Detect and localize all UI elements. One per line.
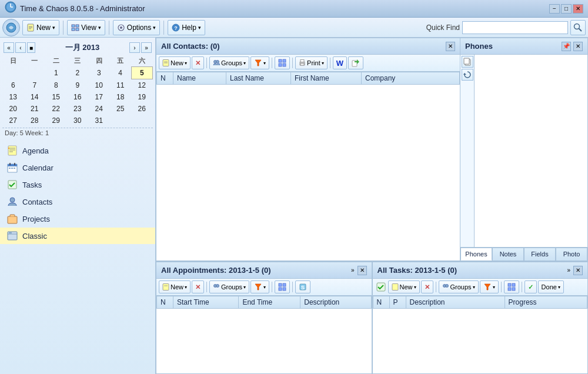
calendar-day-cell[interactable]: 28	[24, 115, 46, 126]
calendar-day-cell[interactable]: 13	[2, 91, 24, 103]
calendar-day-cell[interactable]: 19	[131, 91, 153, 103]
tab-photo[interactable]: Photo	[556, 248, 587, 261]
calendar-day-cell[interactable]: 6	[2, 79, 24, 92]
tasks-close-button[interactable]: ✕	[573, 266, 583, 275]
contacts-delete-button[interactable]: ✕	[192, 56, 204, 69]
tasks-done-check-button[interactable]: ✓	[524, 280, 537, 293]
calendar-day-cell[interactable]: 23	[67, 103, 89, 115]
calendar-day-cell[interactable]: 17	[88, 91, 110, 103]
tasks-done-button[interactable]: Done ▾	[538, 280, 564, 293]
calendar-day-cell[interactable]: 29	[45, 115, 67, 126]
svg-rect-49	[300, 64, 304, 65]
contacts-toolbar-sep2	[272, 58, 272, 68]
close-button[interactable]: ✕	[573, 4, 583, 14]
calendar-day-cell[interactable]: 16	[67, 91, 89, 103]
tasks-expand-button[interactable]: »	[565, 267, 572, 273]
contacts-print-button[interactable]: Print ▾	[295, 56, 328, 69]
calendar-day-cell[interactable]: 26	[131, 103, 153, 115]
view-button[interactable]: View ▾	[67, 20, 105, 35]
tab-phones[interactable]: Phones	[460, 248, 492, 261]
projects-icon	[7, 213, 18, 224]
contacts-fields-button[interactable]	[275, 56, 290, 69]
calendar-day-cell[interactable]: 25	[110, 103, 132, 115]
sidebar-item-calendar[interactable]: Calendar	[0, 159, 155, 176]
phone-refresh-button[interactable]	[462, 69, 473, 81]
calendar-day-cell[interactable]: 22	[45, 103, 67, 115]
calendar-day-cell[interactable]: 31	[88, 115, 110, 126]
svg-rect-48	[300, 60, 304, 62]
calendar-day-cell[interactable]: 20	[2, 103, 24, 115]
contacts-word-button[interactable]: W	[333, 56, 347, 69]
appt-sep3	[292, 282, 293, 292]
minimize-button[interactable]: −	[549, 4, 560, 14]
appointments-close-button[interactable]: ✕	[358, 266, 367, 275]
contacts-close-button[interactable]: ✕	[446, 42, 455, 51]
tasks-fields-button[interactable]	[504, 280, 519, 293]
appt-delete-button[interactable]: ✕	[192, 280, 204, 293]
phone-copy-button[interactable]	[462, 56, 473, 68]
calendar-day-cell[interactable]: 8	[45, 79, 67, 92]
calendar-day-cell[interactable]: 27	[2, 115, 24, 126]
tasks-delete-button[interactable]: ✕	[421, 280, 433, 293]
tasks-filter-button[interactable]: ▾	[480, 280, 499, 293]
calendar-day-cell[interactable]: 5	[131, 67, 153, 79]
options-button[interactable]: Options ▾	[113, 20, 160, 35]
appt-fields-button[interactable]	[275, 280, 290, 293]
contacts-export-button[interactable]	[348, 56, 363, 69]
svg-rect-73	[512, 288, 515, 290]
calendar-day-cell[interactable]: 11	[110, 79, 132, 92]
today-button[interactable]: ■	[27, 42, 35, 53]
appt-sep1	[206, 282, 207, 292]
contacts-new-icon	[162, 59, 169, 66]
calendar-day-cell[interactable]: 7	[24, 79, 46, 92]
calendar-day-cell[interactable]: 1	[45, 67, 67, 79]
svg-rect-45	[279, 64, 282, 66]
calendar-day-cell[interactable]: 9	[67, 79, 89, 92]
tab-fields[interactable]: Fields	[524, 248, 556, 261]
phones-pin-button[interactable]: 📌	[562, 42, 571, 51]
contacts-groups-button[interactable]: Groups ▾	[209, 56, 249, 69]
contacts-new-button[interactable]: New ▾	[159, 56, 191, 69]
help-button[interactable]: ? Help ▾	[168, 20, 205, 35]
sidebar-item-tasks[interactable]: Tasks	[0, 176, 155, 193]
calendar-day-cell[interactable]: 2	[67, 67, 89, 79]
calendar-day-cell[interactable]: 3	[88, 67, 110, 79]
prev-button[interactable]: ‹	[15, 42, 26, 53]
calendar-day-cell[interactable]: 4	[110, 67, 132, 79]
tasks-groups-button[interactable]: Groups ▾	[439, 280, 479, 293]
appt-new-button[interactable]: New ▾	[159, 280, 191, 293]
tasks-new-button[interactable]: New ▾	[388, 280, 420, 293]
svg-marker-53	[463, 73, 466, 75]
calendar-day-cell[interactable]: 21	[24, 103, 46, 115]
contacts-filter-button[interactable]: ▾	[250, 56, 269, 69]
appt-sync-button[interactable]: S	[295, 280, 310, 293]
calendar-day-cell[interactable]: 14	[24, 91, 46, 103]
classic-icon	[7, 231, 18, 241]
calendar-day-cell[interactable]: 30	[67, 115, 89, 126]
maximize-button[interactable]: □	[561, 4, 572, 14]
tab-notes[interactable]: Notes	[492, 248, 524, 261]
calendar-day-cell[interactable]: 12	[131, 79, 153, 92]
cal-day-header: 二	[45, 55, 67, 67]
search-button[interactable]	[570, 20, 586, 35]
sidebar-item-projects[interactable]: Projects	[0, 211, 155, 227]
sidebar-item-classic[interactable]: Classic	[0, 228, 155, 244]
calendar-day-cell[interactable]: 15	[45, 91, 67, 103]
next-next-button[interactable]: »	[141, 42, 152, 53]
appt-groups-button[interactable]: Groups ▾	[209, 280, 249, 293]
svg-rect-25	[8, 164, 17, 166]
new-button[interactable]: New ▾	[22, 20, 59, 35]
sidebar-item-agenda[interactable]: Agenda	[0, 142, 155, 159]
calendar-day-cell[interactable]: 24	[88, 103, 110, 115]
contacts-table-container: N Name Last Name First Name Company	[156, 72, 460, 261]
next-button[interactable]: ›	[129, 42, 140, 53]
print-icon	[299, 59, 306, 66]
prev-prev-button[interactable]: «	[4, 42, 14, 53]
appt-filter-button[interactable]: ▾	[250, 280, 269, 293]
sidebar-item-contacts[interactable]: Contacts	[0, 193, 155, 210]
appointments-expand-button[interactable]: »	[349, 267, 356, 273]
phones-close-button[interactable]: ✕	[573, 42, 583, 51]
calendar-day-cell[interactable]: 10	[88, 79, 110, 92]
search-input[interactable]	[462, 21, 568, 34]
calendar-day-cell[interactable]: 18	[110, 91, 132, 103]
